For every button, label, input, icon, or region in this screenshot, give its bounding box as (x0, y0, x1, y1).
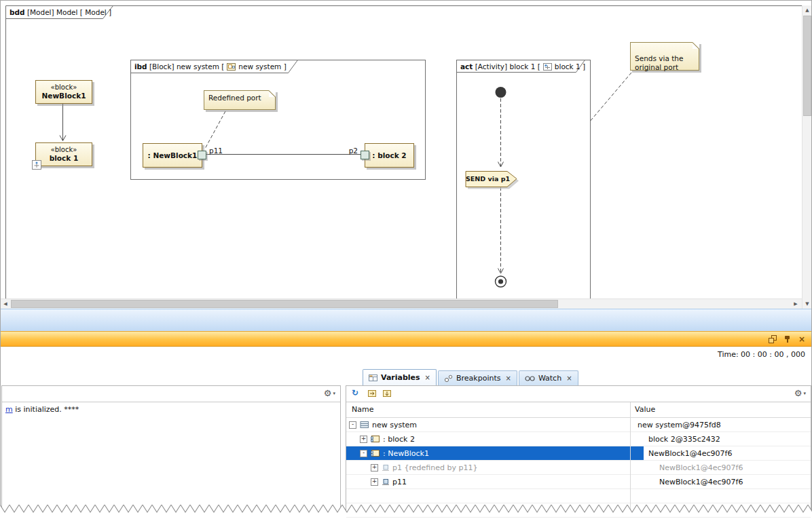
row-p1[interactable]: + p1 {redefined by p11} NewBlock1@4ec907… (346, 461, 811, 475)
tab-label: Watch (538, 374, 561, 383)
simulation-time: Time: 00 : 00 : 00 , 000 (718, 350, 805, 359)
column-header-name[interactable]: Name (352, 405, 373, 414)
row-value: new system@9475fd8 (638, 421, 721, 429)
row-value: NewBlock1@4ec907f6 (648, 449, 732, 458)
note-text: Sends via the original port (635, 54, 683, 71)
console-toolbar: ⚙▾ (2, 386, 340, 402)
close-icon[interactable]: × (506, 374, 511, 382)
application-window: bdd [Model] Model [ Model ] ibd [Block] … (0, 0, 812, 519)
scroll-left-icon[interactable]: ◀ (1, 299, 10, 309)
tab-label: Variables (381, 373, 420, 382)
part-newblock1[interactable]: : NewBlock1 (143, 143, 202, 168)
act-ref-text: block 1 (555, 62, 580, 71)
bdd-frame-label[interactable]: bdd [Model] Model [ Model ] (7, 6, 113, 18)
close-icon[interactable]: × (566, 374, 572, 382)
block-name: NewBlock1 (36, 92, 92, 100)
docked-panel-titlebar: × (0, 331, 812, 347)
hscrollbar[interactable]: ◀ ▶ (0, 299, 802, 309)
vscroll-thumb[interactable] (803, 16, 811, 116)
vscrollbar[interactable]: ▲ ▼ (802, 5, 812, 309)
column-header-value[interactable]: Value (635, 405, 655, 414)
port-p11[interactable] (198, 151, 206, 159)
variables-pane: ↻ ⚙▾ Name Value - new system new system@… (346, 385, 811, 514)
bdd-label-text: [Model] Model [ Model ] (25, 8, 112, 16)
row-p11[interactable]: + p11 NewBlock1@4ec907f6 (346, 475, 811, 489)
collapsed-panel-band[interactable] (0, 309, 812, 331)
owned-behavior-icon[interactable] (32, 160, 41, 170)
note-anchor-2 (589, 73, 631, 122)
row-name: p1 {redefined by p11} (392, 463, 477, 472)
note-redefined-port[interactable]: Redefined port (204, 90, 276, 110)
row-name: : NewBlock1 (383, 449, 429, 458)
note-anchor-1 (205, 111, 225, 149)
stereotype-label: «block» (36, 83, 92, 92)
tab-watch[interactable]: Watch × (519, 370, 578, 385)
tree-expander[interactable]: + (360, 436, 367, 443)
scroll-right-icon[interactable]: ▶ (791, 299, 800, 309)
breakpoints-icon (444, 374, 453, 383)
port-p11-label: p11 (209, 147, 223, 155)
act-frame-label[interactable]: act [Activity] block 1 [block 1 ] (458, 60, 583, 73)
tree-expander[interactable]: + (371, 464, 378, 472)
column-separator[interactable] (630, 402, 631, 514)
table-empty-row (346, 489, 811, 503)
ibd-frame-label[interactable]: ibd [Block] new system [new system ] (132, 60, 295, 73)
variables-icon (369, 374, 377, 382)
close-icon[interactable]: × (425, 374, 430, 381)
final-node-dot (498, 279, 503, 284)
export-icon[interactable] (367, 389, 377, 398)
refresh-icon[interactable]: ↻ (352, 388, 358, 398)
ibd-keyword: ibd (134, 62, 147, 71)
act-label-close: ] (580, 62, 585, 71)
scroll-down-icon[interactable]: ▼ (802, 299, 812, 309)
row-newblock1[interactable]: - : NewBlock1 NewBlock1@4ec907f6 (346, 446, 811, 461)
act-label-text: [Activity] block 1 [ (473, 62, 540, 71)
part-icon (371, 435, 380, 443)
row-block2[interactable]: + : block 2 block 2@335c2432 (346, 432, 811, 446)
send-action-label[interactable]: SEND via p1 (466, 175, 508, 182)
console-text: is initialized. **** (13, 405, 79, 414)
close-icon[interactable]: × (798, 335, 805, 343)
block-block1[interactable]: «block» block 1 (35, 142, 92, 166)
ibd-diagram-icon (227, 63, 236, 71)
table-header: Name Value (346, 402, 811, 418)
port-p2[interactable] (361, 151, 369, 159)
console-link[interactable]: m (5, 405, 13, 414)
part-block2[interactable]: : block 2 (365, 143, 414, 168)
object-icon (360, 421, 369, 429)
note-sends-via-original-port[interactable]: Sends via the original port (630, 42, 699, 71)
hscroll-thumb[interactable] (11, 300, 558, 308)
tab-breakpoints[interactable]: Breakpoints × (438, 370, 517, 385)
import-icon[interactable] (382, 389, 392, 398)
tab-variables[interactable]: Variables × (363, 369, 437, 385)
row-new-system[interactable]: - new system new system@9475fd8 (346, 418, 811, 432)
watch-icon (525, 374, 535, 383)
note-text: Redefined port (208, 94, 261, 102)
float-window-icon[interactable] (769, 335, 777, 343)
pin-icon[interactable] (783, 335, 792, 343)
row-name: new system (372, 421, 417, 429)
tree-expander[interactable]: + (371, 478, 378, 486)
part-name: : NewBlock1 (143, 151, 202, 160)
settings-gear-icon[interactable]: ⚙▾ (794, 389, 806, 398)
act-keyword: act (460, 62, 473, 71)
row-value: NewBlock1@4ec907f6 (659, 478, 743, 486)
ibd-ref-text: new system (238, 62, 281, 71)
console-message: m is initialized. **** (2, 402, 340, 417)
console-pane: ⚙▾ m is initialized. **** (1, 385, 341, 514)
scroll-up-icon[interactable]: ▲ (802, 5, 812, 15)
torn-edge (0, 503, 812, 516)
tab-label: Breakpoints (456, 374, 501, 383)
row-value: NewBlock1@4ec907f6 (659, 463, 743, 472)
tree-expander[interactable]: - (360, 450, 367, 457)
variables-toolbar: ↻ ⚙▾ (346, 386, 811, 402)
part-name: : block 2 (365, 151, 413, 160)
stereotype-label: «block» (36, 146, 92, 154)
tree-expander[interactable]: - (349, 421, 356, 429)
ibd-label-text: [Block] new system [ (147, 62, 225, 71)
block-newblock1[interactable]: «block» NewBlock1 (35, 80, 92, 104)
port-p2-label: p2 (342, 147, 358, 155)
row-value: block 2@335c2432 (648, 435, 720, 444)
initial-node[interactable] (496, 87, 506, 98)
settings-gear-icon[interactable]: ⚙▾ (324, 389, 335, 398)
